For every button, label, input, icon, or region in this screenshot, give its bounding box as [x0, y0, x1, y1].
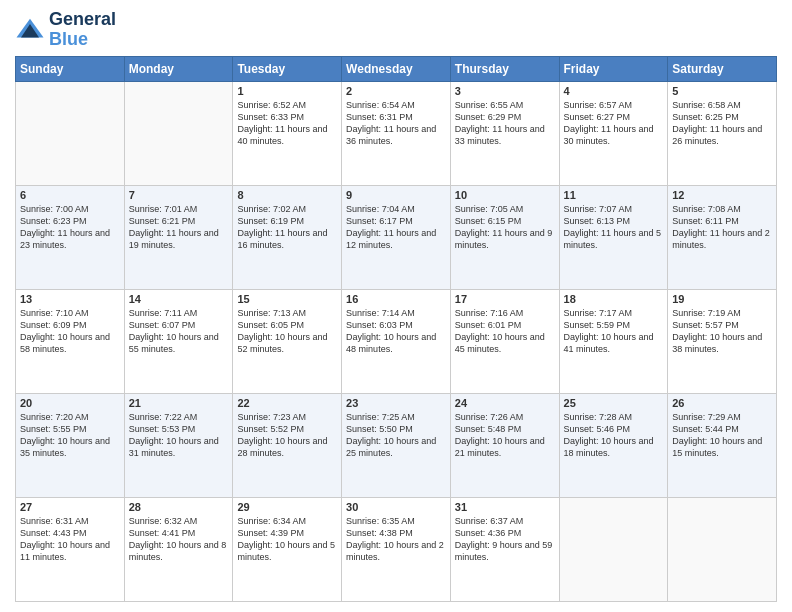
calendar-cell: 16Sunrise: 7:14 AM Sunset: 6:03 PM Dayli… — [342, 289, 451, 393]
day-number: 14 — [129, 293, 229, 305]
calendar-cell: 24Sunrise: 7:26 AM Sunset: 5:48 PM Dayli… — [450, 393, 559, 497]
calendar-cell: 22Sunrise: 7:23 AM Sunset: 5:52 PM Dayli… — [233, 393, 342, 497]
calendar-cell: 3Sunrise: 6:55 AM Sunset: 6:29 PM Daylig… — [450, 81, 559, 185]
calendar-cell: 27Sunrise: 6:31 AM Sunset: 4:43 PM Dayli… — [16, 497, 125, 601]
calendar-week-row: 1Sunrise: 6:52 AM Sunset: 6:33 PM Daylig… — [16, 81, 777, 185]
calendar-cell: 18Sunrise: 7:17 AM Sunset: 5:59 PM Dayli… — [559, 289, 668, 393]
day-number: 3 — [455, 85, 555, 97]
day-number: 11 — [564, 189, 664, 201]
calendar-cell — [124, 81, 233, 185]
header: General Blue — [15, 10, 777, 50]
logo-text: General Blue — [49, 10, 116, 50]
day-number: 23 — [346, 397, 446, 409]
calendar-cell: 28Sunrise: 6:32 AM Sunset: 4:41 PM Dayli… — [124, 497, 233, 601]
day-info: Sunrise: 7:02 AM Sunset: 6:19 PM Dayligh… — [237, 203, 337, 252]
day-info: Sunrise: 6:57 AM Sunset: 6:27 PM Dayligh… — [564, 99, 664, 148]
day-number: 19 — [672, 293, 772, 305]
day-number: 16 — [346, 293, 446, 305]
day-info: Sunrise: 7:20 AM Sunset: 5:55 PM Dayligh… — [20, 411, 120, 460]
logo: General Blue — [15, 10, 116, 50]
calendar-cell: 9Sunrise: 7:04 AM Sunset: 6:17 PM Daylig… — [342, 185, 451, 289]
calendar-cell — [668, 497, 777, 601]
day-info: Sunrise: 6:55 AM Sunset: 6:29 PM Dayligh… — [455, 99, 555, 148]
calendar-cell: 4Sunrise: 6:57 AM Sunset: 6:27 PM Daylig… — [559, 81, 668, 185]
calendar-cell: 2Sunrise: 6:54 AM Sunset: 6:31 PM Daylig… — [342, 81, 451, 185]
day-number: 28 — [129, 501, 229, 513]
calendar-cell: 15Sunrise: 7:13 AM Sunset: 6:05 PM Dayli… — [233, 289, 342, 393]
day-number: 9 — [346, 189, 446, 201]
calendar-header-row: SundayMondayTuesdayWednesdayThursdayFrid… — [16, 56, 777, 81]
day-number: 1 — [237, 85, 337, 97]
day-of-week-header: Sunday — [16, 56, 125, 81]
day-info: Sunrise: 7:17 AM Sunset: 5:59 PM Dayligh… — [564, 307, 664, 356]
calendar-table: SundayMondayTuesdayWednesdayThursdayFrid… — [15, 56, 777, 602]
day-info: Sunrise: 7:04 AM Sunset: 6:17 PM Dayligh… — [346, 203, 446, 252]
day-info: Sunrise: 7:07 AM Sunset: 6:13 PM Dayligh… — [564, 203, 664, 252]
day-number: 12 — [672, 189, 772, 201]
calendar-cell: 12Sunrise: 7:08 AM Sunset: 6:11 PM Dayli… — [668, 185, 777, 289]
day-info: Sunrise: 7:23 AM Sunset: 5:52 PM Dayligh… — [237, 411, 337, 460]
day-number: 7 — [129, 189, 229, 201]
day-info: Sunrise: 6:54 AM Sunset: 6:31 PM Dayligh… — [346, 99, 446, 148]
calendar-week-row: 6Sunrise: 7:00 AM Sunset: 6:23 PM Daylig… — [16, 185, 777, 289]
day-info: Sunrise: 7:08 AM Sunset: 6:11 PM Dayligh… — [672, 203, 772, 252]
day-info: Sunrise: 7:00 AM Sunset: 6:23 PM Dayligh… — [20, 203, 120, 252]
day-number: 6 — [20, 189, 120, 201]
day-info: Sunrise: 7:26 AM Sunset: 5:48 PM Dayligh… — [455, 411, 555, 460]
day-number: 26 — [672, 397, 772, 409]
day-number: 30 — [346, 501, 446, 513]
day-number: 15 — [237, 293, 337, 305]
day-number: 21 — [129, 397, 229, 409]
day-number: 4 — [564, 85, 664, 97]
day-info: Sunrise: 6:52 AM Sunset: 6:33 PM Dayligh… — [237, 99, 337, 148]
day-info: Sunrise: 7:19 AM Sunset: 5:57 PM Dayligh… — [672, 307, 772, 356]
day-info: Sunrise: 6:34 AM Sunset: 4:39 PM Dayligh… — [237, 515, 337, 564]
calendar-cell: 14Sunrise: 7:11 AM Sunset: 6:07 PM Dayli… — [124, 289, 233, 393]
day-info: Sunrise: 7:28 AM Sunset: 5:46 PM Dayligh… — [564, 411, 664, 460]
calendar-cell: 26Sunrise: 7:29 AM Sunset: 5:44 PM Dayli… — [668, 393, 777, 497]
day-number: 8 — [237, 189, 337, 201]
day-number: 18 — [564, 293, 664, 305]
logo-icon — [15, 15, 45, 45]
day-info: Sunrise: 7:13 AM Sunset: 6:05 PM Dayligh… — [237, 307, 337, 356]
day-number: 20 — [20, 397, 120, 409]
day-info: Sunrise: 7:11 AM Sunset: 6:07 PM Dayligh… — [129, 307, 229, 356]
calendar-cell: 17Sunrise: 7:16 AM Sunset: 6:01 PM Dayli… — [450, 289, 559, 393]
calendar-cell: 11Sunrise: 7:07 AM Sunset: 6:13 PM Dayli… — [559, 185, 668, 289]
calendar-cell: 30Sunrise: 6:35 AM Sunset: 4:38 PM Dayli… — [342, 497, 451, 601]
day-info: Sunrise: 7:10 AM Sunset: 6:09 PM Dayligh… — [20, 307, 120, 356]
calendar-cell: 23Sunrise: 7:25 AM Sunset: 5:50 PM Dayli… — [342, 393, 451, 497]
day-of-week-header: Friday — [559, 56, 668, 81]
day-number: 10 — [455, 189, 555, 201]
page: General Blue SundayMondayTuesdayWednesda… — [0, 0, 792, 612]
day-info: Sunrise: 6:37 AM Sunset: 4:36 PM Dayligh… — [455, 515, 555, 564]
calendar-cell: 29Sunrise: 6:34 AM Sunset: 4:39 PM Dayli… — [233, 497, 342, 601]
day-number: 27 — [20, 501, 120, 513]
day-info: Sunrise: 7:29 AM Sunset: 5:44 PM Dayligh… — [672, 411, 772, 460]
calendar-week-row: 20Sunrise: 7:20 AM Sunset: 5:55 PM Dayli… — [16, 393, 777, 497]
calendar-cell: 31Sunrise: 6:37 AM Sunset: 4:36 PM Dayli… — [450, 497, 559, 601]
day-info: Sunrise: 7:16 AM Sunset: 6:01 PM Dayligh… — [455, 307, 555, 356]
day-of-week-header: Tuesday — [233, 56, 342, 81]
calendar-cell: 21Sunrise: 7:22 AM Sunset: 5:53 PM Dayli… — [124, 393, 233, 497]
day-info: Sunrise: 6:31 AM Sunset: 4:43 PM Dayligh… — [20, 515, 120, 564]
day-of-week-header: Saturday — [668, 56, 777, 81]
day-info: Sunrise: 7:25 AM Sunset: 5:50 PM Dayligh… — [346, 411, 446, 460]
day-of-week-header: Thursday — [450, 56, 559, 81]
calendar-cell: 19Sunrise: 7:19 AM Sunset: 5:57 PM Dayli… — [668, 289, 777, 393]
day-number: 17 — [455, 293, 555, 305]
calendar-cell — [559, 497, 668, 601]
calendar-week-row: 27Sunrise: 6:31 AM Sunset: 4:43 PM Dayli… — [16, 497, 777, 601]
day-info: Sunrise: 7:01 AM Sunset: 6:21 PM Dayligh… — [129, 203, 229, 252]
day-number: 31 — [455, 501, 555, 513]
calendar-week-row: 13Sunrise: 7:10 AM Sunset: 6:09 PM Dayli… — [16, 289, 777, 393]
calendar-cell: 25Sunrise: 7:28 AM Sunset: 5:46 PM Dayli… — [559, 393, 668, 497]
day-of-week-header: Wednesday — [342, 56, 451, 81]
calendar-cell: 20Sunrise: 7:20 AM Sunset: 5:55 PM Dayli… — [16, 393, 125, 497]
day-info: Sunrise: 6:35 AM Sunset: 4:38 PM Dayligh… — [346, 515, 446, 564]
day-number: 13 — [20, 293, 120, 305]
calendar-cell: 10Sunrise: 7:05 AM Sunset: 6:15 PM Dayli… — [450, 185, 559, 289]
calendar-cell: 13Sunrise: 7:10 AM Sunset: 6:09 PM Dayli… — [16, 289, 125, 393]
day-info: Sunrise: 7:14 AM Sunset: 6:03 PM Dayligh… — [346, 307, 446, 356]
calendar-cell: 5Sunrise: 6:58 AM Sunset: 6:25 PM Daylig… — [668, 81, 777, 185]
